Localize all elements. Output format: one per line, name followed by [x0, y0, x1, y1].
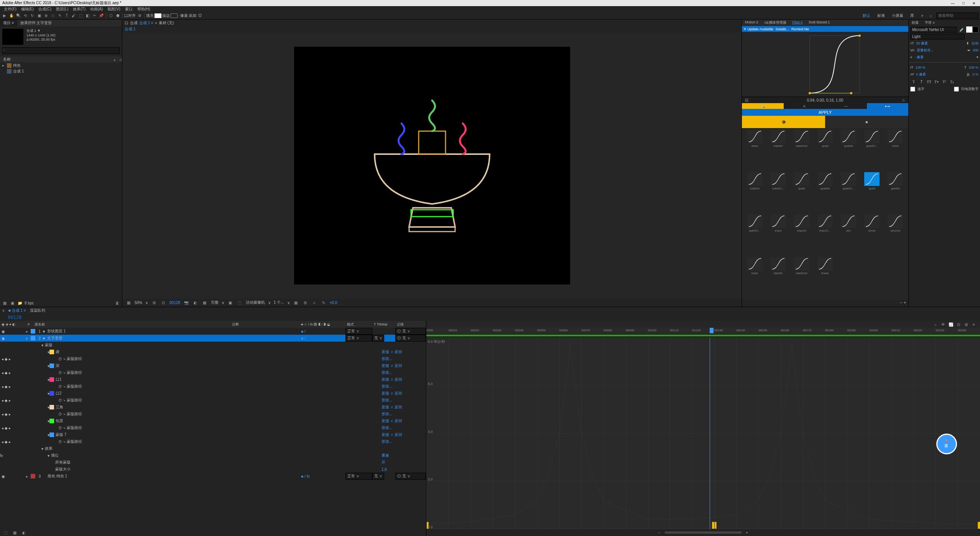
preset-cubicIn[interactable]: cubicIn — [743, 172, 766, 214]
stopwatch-icon[interactable]: ⏱ ↘ — [31, 426, 65, 430]
font-family-dropdown[interactable]: Microsoft YaHei UI — [910, 27, 957, 33]
menu-effect[interactable]: 效果(T) — [71, 6, 87, 12]
vscale-value[interactable]: 100 % — [916, 66, 926, 69]
keyframe-nav[interactable]: ◂ ◆ ▸ — [0, 371, 26, 375]
blend-mode-dropdown[interactable]: 正常 ∨ — [345, 335, 372, 342]
trkmat-dropdown[interactable]: 无 ∨ — [372, 473, 395, 480]
layer-bars-track[interactable] — [426, 334, 980, 338]
project-search-input[interactable]: ⌕ — [2, 47, 120, 54]
stroke-width[interactable]: - — [178, 13, 179, 18]
eyedropper-icon[interactable]: 💉 — [959, 26, 965, 33]
menu-composition[interactable]: 合成(C) — [37, 6, 53, 12]
hindi-digits-checkbox[interactable] — [954, 87, 959, 92]
expand-icon[interactable]: ▸ — [26, 336, 31, 340]
trash-icon[interactable]: 🗑 — [114, 300, 120, 306]
fast-preview-icon[interactable]: ▦ — [293, 299, 299, 306]
layer-switches[interactable]: ♣ / — [299, 336, 345, 340]
layer-row[interactable]: ▾蒙版 7差值 ∨ 反转 — [0, 431, 426, 438]
mask-mode-dropdown[interactable]: 差值 ∨ 反转 — [380, 377, 426, 382]
mask-color-swatch[interactable] — [49, 377, 54, 382]
resolution-dropdown[interactable]: 完整 — [211, 300, 219, 305]
layer-row[interactable]: ◂ ◆ ▸⏱ ↘蒙版路径形状... — [0, 355, 426, 362]
layer-row[interactable]: ◂ ◆ ▸⏱ ↘蒙版路径形状... — [0, 383, 426, 390]
property-value[interactable]: 形状... — [380, 356, 426, 362]
property-name[interactable]: 蒙版路径 — [65, 384, 311, 389]
preset-plus-btn[interactable]: + — [904, 301, 906, 306]
transparency-icon[interactable]: ▦ — [202, 299, 208, 306]
grid-icon[interactable]: ⊡ — [160, 299, 166, 306]
property-name[interactable]: 蒙版路径 — [65, 370, 311, 375]
kerning-dropdown[interactable]: 度量标准... — [917, 48, 934, 53]
property-value[interactable]: 形状... — [380, 398, 426, 403]
mask-mode-dropdown[interactable]: 差值 ∨ 反转 — [380, 418, 426, 424]
clone-tool-icon[interactable]: ⬚ — [77, 13, 84, 19]
flowchart-icon[interactable]: ⎌ — [120, 58, 122, 62]
orbit-tool-icon[interactable]: ⟲ — [22, 13, 28, 19]
keyframe-nav[interactable]: ◂ ◆ ▸ — [0, 357, 26, 361]
property-name[interactable]: 蒙版路径 — [65, 425, 311, 431]
faux-bold-btn[interactable]: T — [910, 79, 917, 85]
preset-minus-btn[interactable]: − — [900, 301, 902, 306]
stopwatch-icon[interactable]: ⏱ ↘ — [31, 440, 65, 444]
layer-name[interactable]: 文字变形 — [46, 335, 230, 341]
toggle-switches-icon[interactable]: ⬚ — [2, 529, 8, 536]
name-column-header[interactable]: 名称 — [3, 57, 11, 62]
sort-icon[interactable]: ▲ — [113, 58, 117, 62]
preset-library-tab[interactable]: 🎓 — [742, 116, 825, 128]
layer-row[interactable]: ▾深差值 ∨ 反转 — [0, 362, 426, 369]
workspace-default[interactable]: 默认 — [860, 12, 873, 19]
property-value[interactable]: 形状... — [380, 384, 426, 389]
playhead-line[interactable] — [710, 338, 710, 529]
close-btn[interactable]: ✕ — [972, 1, 975, 5]
allcaps-btn[interactable]: TT — [926, 79, 932, 85]
flow-line-btn[interactable]: — — [825, 103, 867, 109]
property-value[interactable]: 形状... — [380, 370, 426, 375]
zoom-out-icon[interactable]: − — [656, 529, 663, 536]
motion-blur-icon[interactable]: ◐ — [21, 529, 27, 536]
project-tab[interactable]: 项目 ≡ — [0, 20, 17, 26]
camera-dropdown[interactable]: 活动摄像机 — [246, 300, 265, 305]
mask-mode-dropdown[interactable]: 差值 ∨ 反转 — [380, 404, 426, 410]
preset-sircOut[interactable]: sircOut — [884, 214, 907, 256]
layer-color-swatch[interactable] — [31, 329, 35, 334]
visibility-toggle[interactable]: ◉ — [2, 474, 5, 478]
layer-row[interactable]: fx▾填位重量 — [0, 452, 426, 459]
comp-canvas[interactable] — [294, 47, 570, 284]
workspace-standard[interactable]: 标准 — [875, 12, 887, 19]
mask-color-swatch[interactable] — [49, 405, 54, 409]
minimize-btn[interactable]: — — [951, 1, 955, 5]
preset-sirc[interactable]: sirc — [837, 214, 860, 256]
effects-controls-tab[interactable]: 效果控件 文字变形 — [17, 20, 55, 26]
mask-expand-icon[interactable]: ▾ — [26, 364, 49, 368]
mask-expand-icon[interactable]: ▾ — [26, 391, 49, 396]
stroke-order-dropdown[interactable]: ▾ — [977, 55, 978, 59]
property-name[interactable]: 所有蒙版 — [54, 460, 311, 465]
subscript-btn[interactable]: T₁ — [949, 79, 955, 85]
property-value[interactable]: 形状... — [380, 425, 426, 431]
tree-row-comp[interactable]: 合成 1 — [0, 68, 122, 74]
flow-tab-flow[interactable]: Flow ≡ — [789, 20, 806, 26]
zoom-slider[interactable] — [665, 531, 742, 534]
new-folder-icon[interactable]: 📁 — [17, 300, 23, 306]
flow-tab-duik[interactable]: Duik Bassel.1 — [806, 20, 833, 26]
layer-row[interactable]: ◉▸1★形状图层 1♣ /正常 ∨◎ 无 ∨ — [0, 328, 426, 335]
viewer-lock-icon[interactable]: 口 — [125, 20, 128, 26]
brush-tool-icon[interactable]: 🖌 — [71, 13, 77, 19]
mask-name[interactable]: 三角 — [54, 404, 311, 410]
preset-sircIn[interactable]: sircIn — [861, 214, 883, 256]
mask-name[interactable]: 口1 — [54, 377, 311, 382]
property-name[interactable]: 蒙版路径 — [65, 411, 311, 417]
stopwatch-icon[interactable]: ⏱ ↘ — [31, 398, 65, 403]
preset-backIn[interactable]: backIn — [767, 257, 789, 299]
mask-expand-icon[interactable]: ▾ — [26, 350, 49, 354]
layer-color-swatch[interactable] — [31, 336, 35, 340]
ligatures-checkbox[interactable] — [910, 87, 915, 92]
layer-row[interactable]: 所有蒙版开 — [0, 459, 426, 466]
source-name-header[interactable]: 源名称 — [33, 322, 230, 327]
bezier-values[interactable]: 0.84, 0.00, 0.16, 1.00 — [807, 98, 844, 102]
text-tool-icon[interactable]: T — [64, 13, 70, 19]
keyframe-nav[interactable]: ◂ ◆ ▸ — [0, 385, 26, 389]
mask-color-swatch[interactable] — [49, 363, 54, 368]
star-preset-icon[interactable]: ☆ — [902, 98, 908, 102]
search-input[interactable] — [936, 13, 978, 18]
